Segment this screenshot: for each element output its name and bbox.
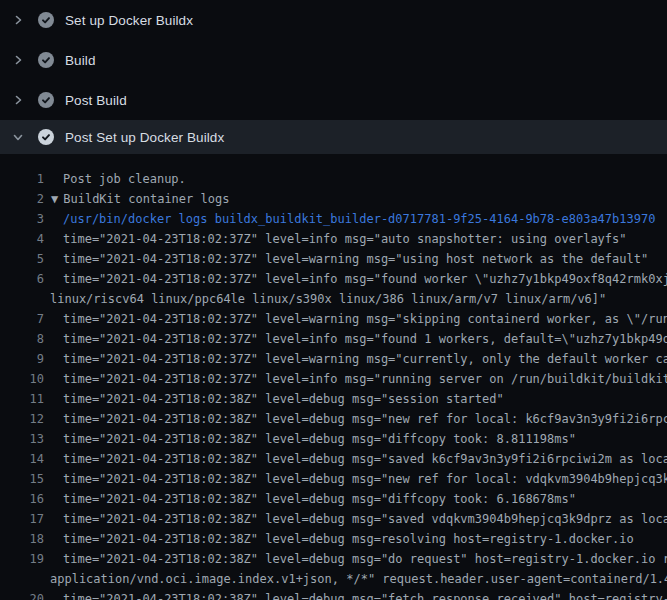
log-line-number[interactable]: 1 — [0, 169, 44, 189]
log-line: 20 time="2021-04-23T18:02:38Z" level=deb… — [0, 589, 667, 600]
chevron-right-icon[interactable] — [12, 94, 24, 106]
log-line-text: time="2021-04-23T18:02:38Z" level=debug … — [63, 529, 634, 549]
log-line: 9 time="2021-04-23T18:02:37Z" level=warn… — [0, 349, 667, 369]
log-line: 4 time="2021-04-23T18:02:37Z" level=info… — [0, 229, 667, 249]
log-line: 11 time="2021-04-23T18:02:38Z" level=deb… — [0, 389, 667, 409]
log-line: 18 time="2021-04-23T18:02:38Z" level=deb… — [0, 529, 667, 549]
log-line-text: time="2021-04-23T18:02:37Z" level=warnin… — [63, 249, 648, 269]
log-line-number[interactable] — [0, 289, 44, 309]
log-line-number[interactable]: 14 — [0, 449, 44, 469]
log-line-number[interactable]: 18 — [0, 529, 44, 549]
log-line: 8 time="2021-04-23T18:02:37Z" level=info… — [0, 329, 667, 349]
log-line-text: time="2021-04-23T18:02:37Z" level=info m… — [63, 269, 667, 289]
log-line-text: time="2021-04-23T18:02:37Z" level=warnin… — [63, 349, 667, 369]
log-line: 19 time="2021-04-23T18:02:38Z" level=deb… — [0, 549, 667, 569]
log-line-text: time="2021-04-23T18:02:38Z" level=debug … — [63, 469, 667, 489]
step-label: Post Set up Docker Buildx — [65, 130, 224, 145]
log-line-number[interactable]: 6 — [0, 269, 44, 289]
log-line-text: time="2021-04-23T18:02:38Z" level=debug … — [63, 389, 504, 409]
log-line-number[interactable]: 3 — [0, 209, 44, 229]
log-line-text: BuildKit container logs — [63, 189, 229, 209]
log-line-number[interactable]: 12 — [0, 409, 44, 429]
step-label: Post Build — [65, 93, 127, 108]
log-line-number[interactable]: 17 — [0, 509, 44, 529]
log-line-number[interactable]: 15 — [0, 469, 44, 489]
step-label: Set up Docker Buildx — [65, 13, 193, 28]
log-line: 13 time="2021-04-23T18:02:38Z" level=deb… — [0, 429, 667, 449]
chevron-right-icon[interactable] — [12, 54, 24, 66]
log-line-text: time="2021-04-23T18:02:38Z" level=debug … — [63, 509, 667, 529]
chevron-down-icon[interactable] — [12, 131, 24, 143]
log-line: 5 time="2021-04-23T18:02:37Z" level=warn… — [0, 249, 667, 269]
log-line-text: application/vnd.oci.image.index.v1+json,… — [50, 569, 667, 589]
log-line-text: /usr/bin/docker logs buildx_buildkit_bui… — [63, 209, 655, 229]
log-line-number[interactable]: 11 — [0, 389, 44, 409]
log-line: 10 time="2021-04-23T18:02:37Z" level=inf… — [0, 369, 667, 389]
log-line-text: linux/riscv64 linux/ppc64le linux/s390x … — [50, 289, 606, 309]
log-group-toggle-icon[interactable]: ▼ — [51, 189, 58, 209]
step-row[interactable]: Set up Docker Buildx — [0, 0, 667, 40]
chevron-right-icon[interactable] — [12, 14, 24, 26]
log-line-number[interactable]: 5 — [0, 249, 44, 269]
log-line: 12 time="2021-04-23T18:02:38Z" level=deb… — [0, 409, 667, 429]
steps-list: Set up Docker Buildx Build Post Build — [0, 0, 667, 154]
log-line-number[interactable]: 4 — [0, 229, 44, 249]
log-line: 14 time="2021-04-23T18:02:38Z" level=deb… — [0, 449, 667, 469]
log-line-text: time="2021-04-23T18:02:37Z" level=info m… — [63, 229, 627, 249]
log-line-text: Post job cleanup. — [63, 169, 186, 189]
step-row[interactable]: Post Set up Docker Buildx — [0, 120, 667, 154]
check-circle-icon — [38, 92, 54, 108]
log-line-number[interactable]: 7 — [0, 309, 44, 329]
log-line-number[interactable]: 13 — [0, 429, 44, 449]
log-pane[interactable]: 1 Post job cleanup. 2 ▼ BuildKit contain… — [0, 154, 667, 600]
log-line-text: time="2021-04-23T18:02:38Z" level=debug … — [63, 409, 667, 429]
log-line-text: time="2021-04-23T18:02:38Z" level=debug … — [63, 489, 576, 509]
log-line: 7 time="2021-04-23T18:02:37Z" level=warn… — [0, 309, 667, 329]
check-circle-icon — [38, 12, 54, 28]
log-line-number[interactable]: 9 — [0, 349, 44, 369]
log-line: 17 time="2021-04-23T18:02:38Z" level=deb… — [0, 509, 667, 529]
check-circle-icon — [38, 52, 54, 68]
log-line-number[interactable]: 16 — [0, 489, 44, 509]
step-label: Build — [65, 53, 96, 68]
log-line: 16 time="2021-04-23T18:02:38Z" level=deb… — [0, 489, 667, 509]
log-line-number[interactable]: 10 — [0, 369, 44, 389]
log-line-text: time="2021-04-23T18:02:37Z" level=info m… — [63, 369, 667, 389]
log-line: application/vnd.oci.image.index.v1+json,… — [0, 569, 667, 589]
log-line: 15 time="2021-04-23T18:02:38Z" level=deb… — [0, 469, 667, 489]
log-line-text: time="2021-04-23T18:02:38Z" level=debug … — [63, 589, 667, 600]
log-line-text: time="2021-04-23T18:02:38Z" level=debug … — [63, 429, 576, 449]
log-line: linux/riscv64 linux/ppc64le linux/s390x … — [0, 289, 667, 309]
log-line-number[interactable] — [0, 569, 44, 589]
log-line-number[interactable]: 19 — [0, 549, 44, 569]
log-line-number[interactable]: 8 — [0, 329, 44, 349]
log-line-number[interactable]: 20 — [0, 589, 44, 600]
log-line-text: time="2021-04-23T18:02:38Z" level=debug … — [63, 549, 667, 569]
log-line-number[interactable]: 2 — [0, 189, 44, 209]
check-circle-icon — [38, 129, 54, 145]
log-line: 2 ▼ BuildKit container logs — [0, 189, 667, 209]
log-line: 6 time="2021-04-23T18:02:37Z" level=info… — [0, 269, 667, 289]
log-line: 3 /usr/bin/docker logs buildx_buildkit_b… — [0, 209, 667, 229]
log-line-text: time="2021-04-23T18:02:37Z" level=info m… — [63, 329, 667, 349]
step-row[interactable]: Post Build — [0, 80, 667, 120]
log-line-text: time="2021-04-23T18:02:38Z" level=debug … — [63, 449, 667, 469]
actions-log-viewer: { "colors": { "page_bg": "#0a0c10", "hea… — [0, 0, 667, 600]
log-line-text: time="2021-04-23T18:02:37Z" level=warnin… — [63, 309, 667, 329]
log-line: 1 Post job cleanup. — [0, 169, 667, 189]
step-row[interactable]: Build — [0, 40, 667, 80]
